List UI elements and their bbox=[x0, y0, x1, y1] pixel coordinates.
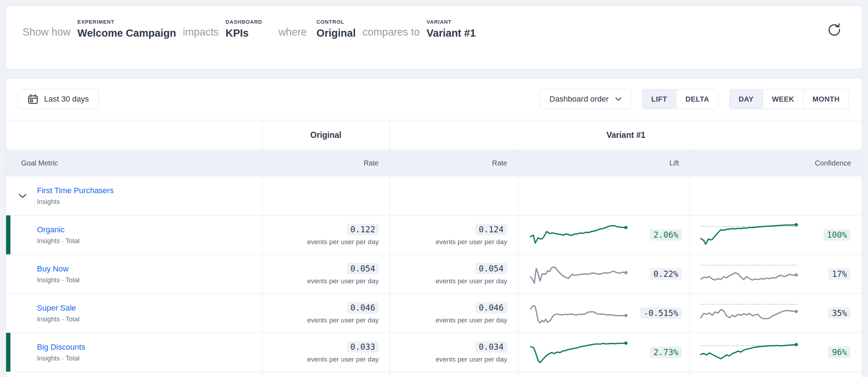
significance-accent-bar bbox=[6, 215, 10, 254]
lift-cell: 2.73% bbox=[518, 333, 690, 372]
refresh-button[interactable] bbox=[826, 21, 843, 38]
date-range-button[interactable]: Last 30 days bbox=[18, 89, 99, 109]
rate-value: 0.054 bbox=[475, 263, 507, 274]
toolbar: Last 30 days Dashboard order LIFTDELTA D… bbox=[6, 78, 862, 120]
lift-sparkline bbox=[529, 337, 629, 367]
confidence-sparkline bbox=[699, 338, 799, 366]
empty-cell bbox=[690, 372, 862, 377]
lift-value: 0.22% bbox=[650, 268, 682, 280]
rate-value: 0.054 bbox=[347, 263, 379, 274]
expand-collapse-button[interactable] bbox=[18, 192, 28, 200]
empty-cell bbox=[390, 176, 518, 215]
original-rate-cell: 0.122events per user per day bbox=[262, 215, 390, 254]
confidence-value: 96% bbox=[828, 346, 850, 358]
rate-value: 0.033 bbox=[347, 341, 379, 353]
lift-value: 2.06% bbox=[650, 229, 682, 241]
goal-metric-cell: First Time PurchasersInsights bbox=[6, 176, 262, 215]
group-header-control: Original bbox=[262, 120, 390, 150]
param-value-dashboard[interactable]: KPIs bbox=[226, 27, 262, 39]
param-label-control: CONTROL bbox=[316, 19, 356, 25]
metric-subtitle: Insights bbox=[37, 198, 262, 206]
table-row-organic: OrganicInsights · Total0.122events per u… bbox=[6, 215, 862, 255]
goal-metric-cell: OrganicInsights · Total bbox=[6, 215, 262, 254]
column-header-confidence: Confidence bbox=[690, 150, 862, 176]
metric-name-link[interactable]: Super Sale bbox=[37, 303, 76, 313]
sentence-connector: compares to bbox=[363, 26, 420, 39]
group-header-variant: Variant #1 bbox=[390, 120, 862, 150]
metric-name-link[interactable]: Big Discounts bbox=[37, 343, 85, 352]
confidence-sparkline bbox=[699, 221, 799, 249]
confidence-value: 17% bbox=[828, 268, 850, 280]
experiment-header-card: Show howEXPERIMENTWelcome Campaignimpact… bbox=[6, 5, 862, 69]
rate-value: 0.046 bbox=[347, 302, 379, 313]
rate-unit: events per user per day bbox=[435, 277, 507, 285]
empty-cell bbox=[690, 176, 862, 215]
chevron-down-icon bbox=[615, 97, 622, 101]
toggle-delta[interactable]: DELTA bbox=[676, 89, 718, 109]
lift-value: 2.73% bbox=[650, 346, 682, 358]
granularity-toggle: DAYWEEKMONTH bbox=[729, 89, 849, 109]
dashboard-card: Last 30 days Dashboard order LIFTDELTA D… bbox=[6, 78, 862, 377]
goal-metric-cell: Big DiscountsInsights · Total bbox=[6, 333, 262, 372]
rate-value: 0.046 bbox=[475, 302, 507, 313]
confidence-value: 100% bbox=[824, 229, 850, 241]
lift-sparkline bbox=[529, 259, 629, 289]
lift-cell: -0.515% bbox=[518, 294, 690, 332]
variant-rate-cell: 0.124events per user per day bbox=[390, 215, 518, 254]
param-label-dashboard: DASHBOARD bbox=[226, 19, 262, 25]
confidence-cell: 35% bbox=[690, 294, 862, 332]
original-rate-cell: 0.046events per user per day bbox=[262, 294, 390, 332]
rate-value: 0.124 bbox=[475, 224, 507, 235]
table-group-header-row: OriginalVariant #1 bbox=[6, 120, 862, 150]
rate-unit: events per user per day bbox=[307, 316, 379, 324]
date-range-label: Last 30 days bbox=[44, 94, 89, 104]
param-label-variant: VARIANT bbox=[426, 19, 476, 25]
dashboard-order-label: Dashboard order bbox=[549, 94, 609, 104]
rate-unit: events per user per day bbox=[435, 238, 507, 246]
metric-name-link[interactable]: Buy Now bbox=[37, 264, 69, 274]
lift-cell: 0.22% bbox=[518, 255, 690, 293]
metric-name-link[interactable]: First Time Purchasers bbox=[37, 186, 114, 195]
goal-metric-cell: Buy NowInsights · Total bbox=[6, 255, 262, 293]
metric-subtitle: Insights · Total bbox=[37, 237, 262, 245]
rate-unit: events per user per day bbox=[307, 355, 379, 363]
confidence-cell: 96% bbox=[690, 333, 862, 372]
sentence-connector: Show how bbox=[23, 26, 71, 39]
rate-unit: events per user per day bbox=[307, 238, 379, 246]
original-rate-cell: 0.033events per user per day bbox=[262, 333, 390, 372]
sentence-param-variant: VARIANTVariant #1 bbox=[426, 19, 476, 39]
variant-rate-cell: 0.046events per user per day bbox=[390, 294, 518, 332]
param-value-variant[interactable]: Variant #1 bbox=[426, 27, 476, 39]
toolbar-right: Dashboard order LIFTDELTA DAYWEEKMONTH bbox=[540, 89, 849, 109]
rate-unit: events per user per day bbox=[435, 355, 507, 363]
sentence-connector: where bbox=[278, 26, 307, 39]
rate-unit: events per user per day bbox=[435, 316, 507, 324]
metric-subtitle: Insights · Total bbox=[37, 354, 262, 362]
toggle-lift[interactable]: LIFT bbox=[642, 89, 676, 109]
table-row-partial bbox=[6, 372, 862, 377]
refresh-icon bbox=[826, 21, 843, 38]
confidence-sparkline bbox=[699, 299, 799, 327]
empty-cell bbox=[262, 372, 390, 377]
param-value-experiment[interactable]: Welcome Campaign bbox=[77, 27, 176, 39]
confidence-cell: 17% bbox=[690, 255, 862, 293]
param-value-control[interactable]: Original bbox=[316, 27, 356, 39]
metric-subtitle: Insights · Total bbox=[37, 315, 262, 323]
column-header-lift: Lift bbox=[518, 150, 690, 176]
table-row-big-discounts: Big DiscountsInsights · Total0.033events… bbox=[6, 333, 862, 372]
empty-cell bbox=[6, 372, 262, 377]
variant-rate-cell: 0.034events per user per day bbox=[390, 333, 518, 372]
toggle-month[interactable]: MONTH bbox=[803, 89, 849, 109]
param-label-experiment: EXPERIMENT bbox=[77, 19, 176, 25]
rate-value: 0.122 bbox=[347, 224, 379, 235]
lift-sparkline bbox=[529, 298, 629, 328]
goal-metric-cell: Super SaleInsights · Total bbox=[6, 294, 262, 332]
lift-sparkline bbox=[529, 220, 629, 250]
dashboard-order-button[interactable]: Dashboard order bbox=[540, 89, 631, 109]
metric-name-link[interactable]: Organic bbox=[37, 225, 65, 234]
toggle-day[interactable]: DAY bbox=[730, 89, 763, 109]
metric-subtitle: Insights · Total bbox=[37, 276, 262, 284]
empty-cell bbox=[518, 372, 690, 377]
toggle-week[interactable]: WEEK bbox=[763, 89, 803, 109]
rate-value: 0.034 bbox=[475, 341, 507, 353]
